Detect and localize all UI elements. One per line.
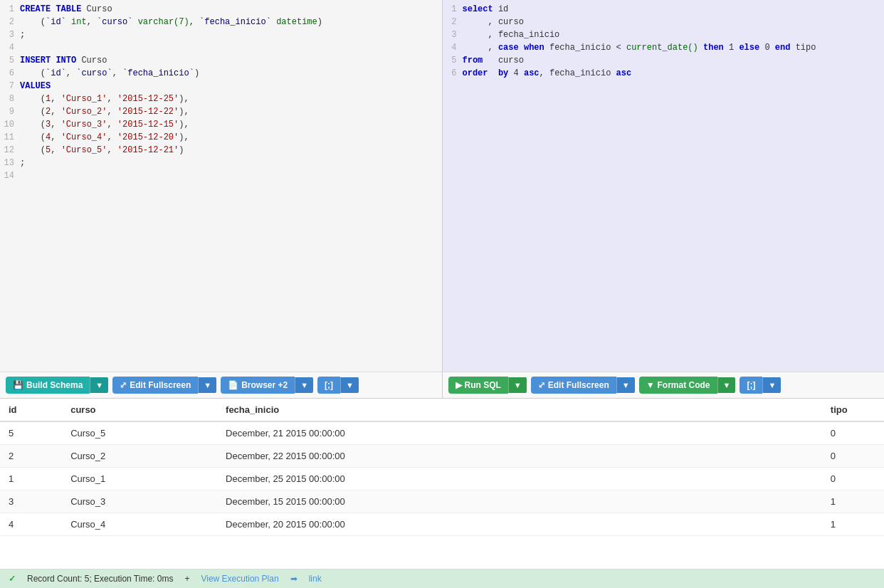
col-header-id: id [0,399,62,421]
token: , [51,120,60,130]
table-row: 5Curso_5December, 21 2015 00:00:000 [0,421,884,445]
code-line: 10 (3, 'Curso_3', '2015-12-15'), [0,118,442,131]
token: current_date() [626,43,698,53]
browser-arrow[interactable]: ▼ [295,377,313,393]
semicolon-right-btn[interactable]: [;] ▼ [740,377,781,394]
link-link[interactable]: link [309,574,322,584]
format-icon: ▼ [646,380,655,390]
token: , [463,43,498,53]
code-line: 6order by 4 asc, fecha_inicio asc [443,67,885,80]
semicolon-left-btn[interactable]: [;] ▼ [317,377,359,394]
token: by [498,68,508,78]
results-table: id curso fecha_inicio tipo 5Curso_5Decem… [0,399,884,536]
run-sql-btn[interactable]: ▶ Run SQL ▼ [448,377,527,394]
table-row: 4Curso_4December, 20 2015 00:00:001 [0,513,884,536]
status-record-count: Record Count: 5; Execution Time: 0ms [27,574,173,584]
build-schema-btn[interactable]: 💾 Build Schema ▼ [6,377,108,394]
edit-fullscreen-right-arrow[interactable]: ▼ [616,377,635,393]
view-execution-plan-link[interactable]: View Execution Plan [201,574,278,584]
token: , fecha_inicio [463,30,560,40]
edit-fullscreen-left-main[interactable]: ⤢ Edit Fullscreen [112,377,198,394]
token: 'Curso_1' [61,94,107,104]
token: '2015-12-20' [117,132,179,142]
edit-fullscreen-right-main[interactable]: ⤢ Edit Fullscreen [531,377,616,394]
status-check-icon: ✓ [9,574,16,584]
line-content: from curso [463,54,885,67]
code-line: 3 , fecha_inicio [443,28,885,41]
code-line: 4 , case when fecha_inicio < current_dat… [443,41,885,54]
status-bar: ✓ Record Count: 5; Execution Time: 0ms +… [0,569,884,588]
code-line: 5from curso [443,54,885,67]
line-content: CREATE TABLE Curso [20,3,442,16]
line-content: (1, 'Curso_1', '2015-12-25'), [20,93,442,105]
code-line: 12 (5, 'Curso_5', '2015-12-21') [0,144,442,157]
code-line: 1select id [443,3,885,16]
token: ) [179,145,184,155]
table-cell-tipo: 0 [822,421,884,445]
token: , [189,17,199,27]
token: ; [20,158,25,168]
database-icon: 💾 [13,380,23,390]
browser-main[interactable]: 📄 Browser +2 [221,377,295,394]
semicolon-right-arrow[interactable]: ▼ [762,377,781,393]
line-content [20,169,442,182]
token: , [107,145,117,155]
token: fecha_inicio < [544,43,626,53]
format-code-arrow[interactable]: ▼ [717,377,736,393]
token: from [463,56,483,65]
token: 'Curso_5' [61,145,107,155]
table-cell-id: 2 [0,445,62,468]
line-content: INSERT INTO Curso [20,54,442,67]
edit-fullscreen-left-btn[interactable]: ⤢ Edit Fullscreen ▼ [112,377,216,394]
line-content: , case when fecha_inicio < current_date(… [463,41,885,54]
status-arrow-icon: ➡ [290,574,298,584]
token: id [493,4,509,14]
token: ), [179,120,189,130]
semicolon-left-main[interactable]: [;] [317,377,340,394]
line-content: (`id`, `curso`, `fecha_inicio`) [20,67,442,80]
line-content: ; [20,157,442,169]
line-number: 11 [0,131,20,144]
left-code-area[interactable]: 1CREATE TABLE Curso2 (`id` int, `curso` … [0,0,442,372]
line-content: , fecha_inicio [463,28,885,41]
token: Curso [76,56,107,65]
line-number: 5 [443,54,463,67]
token: '2015-12-25' [117,94,179,104]
run-sql-arrow[interactable]: ▼ [508,377,527,393]
token: `fecha_inicio` [199,17,271,27]
code-line: 7VALUES [0,80,442,93]
table-cell-tipo: 0 [822,445,884,468]
token: `id` [46,68,66,78]
edit-fullscreen-left-arrow[interactable]: ▼ [198,377,216,393]
format-code-main[interactable]: ▼ Format Code [639,377,717,394]
semicolon-left-arrow[interactable]: ▼ [340,377,359,393]
token: 'Curso_2' [61,107,107,117]
table-cell-id: 3 [0,490,62,513]
token: , [51,94,60,104]
token: 0 [759,43,775,53]
semicolon-right-main[interactable]: [;] [740,377,762,394]
line-number: 8 [0,93,20,105]
table-cell-curso: Curso_3 [62,490,217,513]
token: , [51,107,60,117]
token: CREATE TABLE [20,4,81,14]
format-code-btn[interactable]: ▼ Format Code ▼ [639,377,736,394]
token: `id` [46,17,66,27]
build-schema-arrow[interactable]: ▼ [90,377,108,393]
build-schema-main[interactable]: 💾 Build Schema [6,377,90,394]
line-number: 14 [0,169,20,182]
line-content: (5, 'Curso_5', '2015-12-21') [20,144,442,157]
col-header-fecha: fecha_inicio [217,399,822,421]
line-number: 10 [0,118,20,131]
results-area[interactable]: id curso fecha_inicio tipo 5Curso_5Decem… [0,399,884,569]
run-sql-main[interactable]: ▶ Run SQL [448,377,508,394]
token: 'Curso_3' [61,120,107,130]
line-number: 12 [0,144,20,157]
token: , [51,145,60,155]
right-code-area[interactable]: 1select id2 , curso3 , fecha_inicio4 , c… [443,0,885,372]
col-header-tipo: tipo [822,399,884,421]
edit-fullscreen-right-btn[interactable]: ⤢ Edit Fullscreen ▼ [531,377,635,394]
left-editor-pane: 1CREATE TABLE Curso2 (`id` int, `curso` … [0,0,443,398]
line-number: 6 [0,67,20,80]
browser-btn[interactable]: 📄 Browser +2 ▼ [221,377,313,394]
